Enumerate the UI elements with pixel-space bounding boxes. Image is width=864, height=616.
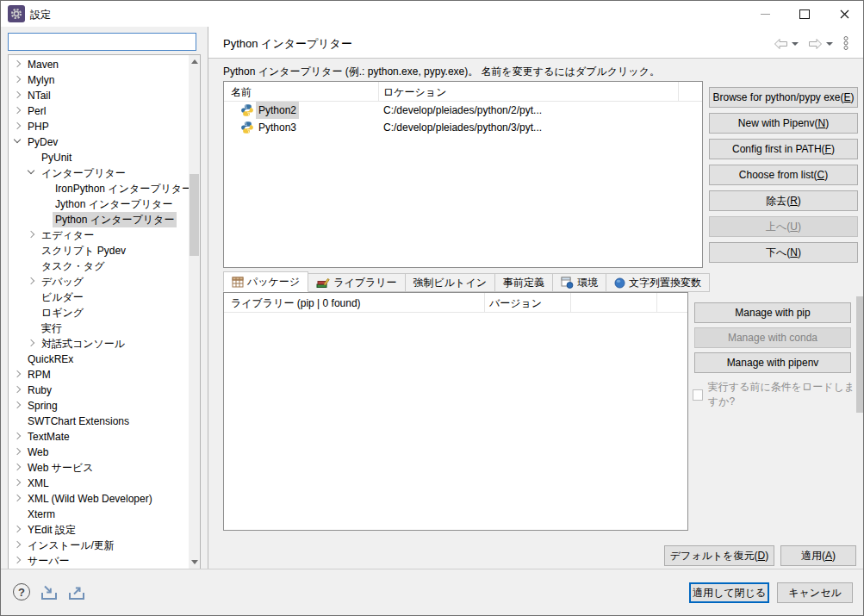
config-path-button[interactable]: Config first in PATH(F) (709, 139, 858, 159)
chevron-right-icon[interactable] (14, 370, 21, 377)
tree-item-install-update[interactable]: インストール/更新 (9, 538, 200, 553)
chevron-down-icon[interactable] (14, 136, 21, 143)
scroll-down-icon[interactable] (191, 560, 198, 564)
chevron-right-icon[interactable] (14, 91, 21, 98)
cancel-button[interactable]: キャンセル (777, 582, 853, 603)
interpreter-row[interactable]: Python2C:/develop/pleiades/python/2/pyt.… (224, 102, 702, 119)
browse-python-button[interactable]: Browse for python/pypy exe(E) (709, 87, 858, 108)
chevron-right-icon[interactable] (14, 107, 21, 114)
chevron-right-icon[interactable] (14, 122, 21, 129)
tab-environment[interactable]: 環境 (553, 273, 606, 292)
package-table: ライブラリー (pip | 0 found) バージョン (223, 292, 688, 531)
apply-and-close-button[interactable]: 適用して閉じる (689, 582, 769, 603)
tree-scrollbar[interactable] (189, 55, 200, 569)
chevron-down-icon[interactable] (28, 167, 34, 174)
tree-item-interactive-console[interactable]: 対話式コンソール (9, 336, 200, 352)
choose-from-list-button[interactable]: Choose from list(C) (709, 165, 858, 185)
minimize-button[interactable] (745, 1, 785, 27)
forward-icon[interactable] (808, 38, 836, 50)
view-menu-icon[interactable] (842, 35, 849, 51)
tab-libraries[interactable]: ライブラリー (308, 273, 405, 292)
scroll-up-icon[interactable] (191, 59, 198, 64)
tree-item-builders[interactable]: ビルダー (9, 289, 200, 305)
remove-button[interactable]: 除去(R) (709, 190, 858, 211)
chevron-right-icon[interactable] (28, 231, 34, 238)
tree-item-mylyn[interactable]: Mylyn (9, 72, 200, 88)
tree-item-textmate[interactable]: TextMate (9, 429, 200, 445)
close-button[interactable] (824, 1, 864, 27)
chevron-right-icon[interactable] (28, 277, 34, 284)
export-preferences-icon[interactable] (66, 584, 89, 605)
tree-item-python-interpreter[interactable]: Python インタープリター (9, 212, 200, 227)
tree-item-quickrex[interactable]: QuickREx (9, 352, 200, 367)
tree-scrollbar-thumb[interactable] (190, 174, 199, 256)
tree-item-xterm[interactable]: Xterm (9, 507, 200, 522)
manage-pipenv-button[interactable]: Manage with pipenv (694, 352, 851, 373)
tree-item-maven[interactable]: Maven (9, 57, 200, 72)
tree-item-server[interactable]: サーバー (9, 553, 200, 569)
tree-item-task-tags[interactable]: タスク・タグ (9, 258, 200, 274)
tree-item-yedit-settings[interactable]: YEdit 設定 (9, 522, 200, 538)
content-scrollbar-thumb[interactable] (856, 296, 864, 413)
tab-packages[interactable]: パッケージ (223, 271, 308, 292)
tree-item-run[interactable]: 実行 (9, 320, 200, 336)
tree-item-ntail[interactable]: NTail (9, 88, 200, 103)
chevron-right-icon[interactable] (14, 464, 21, 470)
restore-defaults-button[interactable]: デフォルトを復元(D) (664, 545, 774, 566)
tree-item-debug[interactable]: デバッグ (9, 274, 200, 289)
tree-item-web-services[interactable]: Web サービス (9, 460, 200, 476)
chevron-right-icon[interactable] (14, 541, 21, 548)
tree-item-perl[interactable]: Perl (9, 103, 200, 119)
import-preferences-icon[interactable] (39, 584, 61, 605)
tree-item-rpm[interactable]: RPM (9, 367, 200, 383)
tree-item-pydev[interactable]: PyDev (9, 134, 200, 150)
new-pipenv-button[interactable]: New with Pipenv(N) (709, 113, 858, 134)
chevron-right-icon[interactable] (14, 557, 21, 563)
tree-item-interpreters[interactable]: インタープリター (9, 165, 200, 181)
manage-pip-button[interactable]: Manage with pip (694, 302, 851, 323)
tree-item-editor[interactable]: エディター (9, 227, 200, 243)
column-header-location[interactable]: ロケーション (383, 85, 446, 100)
chevron-right-icon[interactable] (14, 76, 21, 83)
tab-predefined[interactable]: 事前定義 (495, 273, 553, 292)
chevron-right-icon[interactable] (14, 526, 21, 532)
tree-item-swtchart-extensions[interactable]: SWTChart Extensions (9, 414, 200, 429)
chevron-right-icon[interactable] (28, 339, 34, 346)
interpreter-row[interactable]: Python3C:/develop/pleiades/python/3/pyt.… (224, 119, 702, 136)
back-history-dropdown-icon[interactable] (792, 42, 799, 46)
column-header-library[interactable]: ライブラリー (pip | 0 found) (231, 296, 361, 311)
chevron-right-icon[interactable] (14, 432, 21, 439)
tree-item-xml[interactable]: XML (9, 476, 200, 491)
tree-item-logging[interactable]: ロギング (9, 305, 200, 320)
panel-divider[interactable] (208, 27, 208, 569)
chevron-right-icon[interactable] (14, 386, 21, 393)
apply-button[interactable]: 適用(A) (780, 545, 856, 566)
tree-item-web[interactable]: Web (9, 445, 200, 460)
tree-item-ironpython-interpreter[interactable]: IronPython インタープリター (9, 181, 200, 196)
chevron-right-icon[interactable] (14, 401, 21, 408)
tab-forced-builtins[interactable]: 強制ビルトイン (406, 273, 495, 292)
tree-item-php[interactable]: PHP (9, 119, 200, 134)
back-icon[interactable] (774, 38, 802, 50)
tree-item-scripts-pydev[interactable]: スクリプト Pydev (9, 243, 200, 258)
chevron-right-icon[interactable] (14, 495, 21, 501)
tree-item-jython-interpreter[interactable]: Jython インタープリター (9, 196, 200, 212)
bottom-separator (1, 569, 864, 569)
forward-history-dropdown-icon[interactable] (826, 42, 833, 46)
tree-item-xml-wild-web-developer[interactable]: XML (Wild Web Developer) (9, 491, 200, 507)
column-header-version[interactable]: バージョン (489, 296, 542, 311)
tree-item-spring[interactable]: Spring (9, 398, 200, 414)
chevron-right-icon[interactable] (14, 60, 21, 67)
manage-conda-button: Manage with conda (694, 327, 851, 348)
maximize-button[interactable] (785, 1, 824, 27)
help-icon[interactable]: ? (13, 583, 30, 600)
tab-string-substitution[interactable]: 文字列置換変数 (606, 273, 710, 292)
filter-input[interactable] (8, 33, 196, 51)
chevron-right-icon[interactable] (14, 448, 21, 455)
column-header-name[interactable]: 名前 (231, 85, 252, 100)
load-conditions-checkbox: 実行する前に条件をロードしますか? (693, 380, 863, 409)
down-button[interactable]: 下へ(N) (709, 242, 858, 263)
chevron-right-icon[interactable] (14, 479, 21, 486)
tree-item-pyunit[interactable]: PyUnit (9, 150, 200, 165)
tree-item-ruby[interactable]: Ruby (9, 383, 200, 398)
